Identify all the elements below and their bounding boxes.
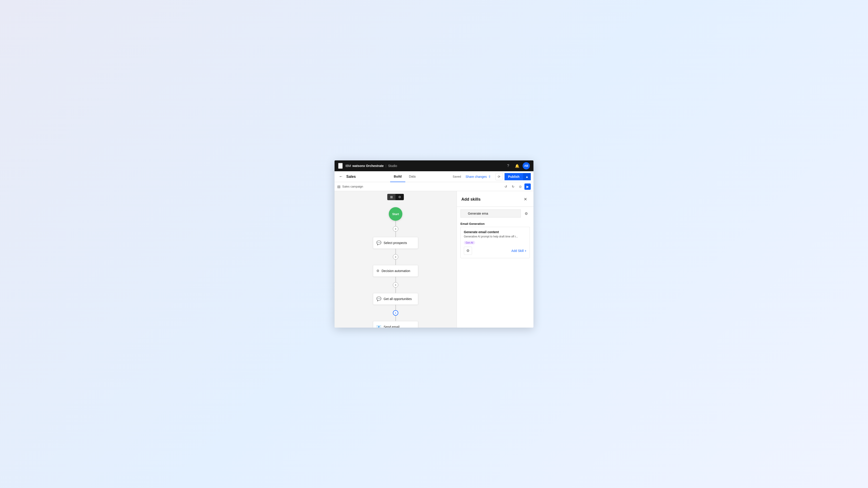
main-content: ⊞ ⚙ Start + 💬 Sel [335,191,533,328]
skills-section-title: Email Generation [457,220,533,227]
back-button[interactable]: ← [337,173,344,180]
run-button[interactable]: ▶ [524,184,531,190]
skills-header: Add skills ✕ [457,191,533,207]
skill-preview-icon: ⚙ [466,249,469,253]
help-button[interactable]: ? [504,162,512,169]
undo-button[interactable]: ↺ [503,184,509,190]
add-icon-3: + [395,283,397,287]
nav-divider: | [385,164,386,168]
publish-main-button[interactable]: Publish [504,173,523,180]
notifications-icon: 🔔 [515,164,520,168]
tab-data[interactable]: Data [405,171,419,182]
back-icon: ← [339,174,343,179]
connector-8 [396,316,396,321]
decision-automation-icon: ⚙ [376,269,379,273]
connector-2 [396,232,396,237]
add-skill-icon: + [525,249,526,253]
select-prospects-node[interactable]: 💬 Select prospects [373,237,418,249]
notifications-button[interactable]: 🔔 [514,162,521,169]
add-icon-2: + [395,255,397,258]
start-node[interactable]: Start [389,207,402,221]
publish-dropdown-button[interactable]: ▲ [523,173,531,180]
share-icon: ⇧ [488,175,491,178]
share-changes-button[interactable]: Share changes ⇧ [463,173,493,180]
breadcrumb-actions: ↺ ↻ ⊙ ▶ [503,184,531,190]
skill-card: Generate email content Generative AI pro… [460,227,530,258]
view-controls: ⊞ ⚙ [388,194,404,200]
decision-automation-label: Decision automation [381,269,410,273]
add-button-1[interactable]: + [393,226,398,232]
skill-card-description: Generative AI prompt to help draft time … [464,235,526,238]
skills-panel: Add skills ✕ 🔍 ⚙ Email Generation Genera… [457,191,533,328]
send-email-icon: 📧 [376,324,381,328]
skills-title: Add skills [461,197,480,202]
redo-icon: ↻ [512,185,515,188]
skill-card-footer: ⚙ Add Skill + [464,247,526,255]
settings-view-button[interactable]: ⚙ [396,194,404,200]
skill-card-title: Generate email content [464,230,526,234]
connector-1 [396,221,396,226]
brand-ibm: IBM [345,164,351,168]
top-nav: ☰ IBM watsonx Orchestrate | Studio ? 🔔 A… [335,160,533,171]
breadcrumb-bar: ▤ Sales campaign ↺ ↻ ⊙ ▶ [335,182,533,191]
decision-automation-node[interactable]: ⚙ Decision automation [373,265,418,277]
filter-icon: ⚙ [525,212,528,216]
connector-6 [396,288,396,293]
history-button[interactable]: ⟳ [495,173,503,180]
close-icon: ✕ [524,197,527,202]
run-icon: ▶ [526,185,529,188]
select-prospects-label: Select prospects [383,241,407,245]
share-label: Share changes [465,175,487,178]
toolbar-tabs: Build Data [359,171,451,182]
hamburger-menu[interactable]: ☰ [338,163,343,169]
saved-label: Saved [453,175,461,178]
settings-view-icon: ⚙ [398,195,401,199]
add-icon-4: + [395,311,397,315]
help-icon: ? [507,164,509,168]
send-email-node[interactable]: 📧 Send email [373,321,418,328]
flow-container: Start + 💬 Select prospects + [373,195,418,328]
nav-brand: IBM watsonx Orchestrate [345,164,383,168]
connector-3 [396,249,396,254]
get-all-opportunities-icon: 💬 [376,296,381,301]
redo-button[interactable]: ↻ [510,184,516,190]
skills-search-row: 🔍 ⚙ [457,207,533,220]
get-all-opportunities-node[interactable]: 💬 Get all opportunities [373,293,418,305]
nav-studio: Studio [388,164,397,168]
add-button-3[interactable]: + [393,282,398,288]
add-button-2[interactable]: + [393,254,398,260]
tab-build[interactable]: Build [390,171,405,182]
skills-search-input[interactable] [460,209,521,218]
skill-icon-preview: ⚙ [464,247,472,255]
skills-close-button[interactable]: ✕ [522,196,529,203]
skills-search-wrapper: 🔍 [460,209,521,218]
undo-icon: ↺ [504,185,507,188]
add-skill-label: Add Skill [511,249,524,253]
brand-name: watsonx Orchestrate [352,164,384,168]
avatar[interactable]: AB [523,162,530,169]
chevron-up-icon: ▲ [525,175,528,178]
select-prospects-icon: 💬 [376,240,381,246]
toolbar-right: Saved Share changes ⇧ ⟳ Publish ▲ [453,173,531,180]
flow-view-button[interactable]: ⊞ [388,194,396,200]
bookmark-button[interactable]: ⊙ [517,184,524,190]
nav-icons: ? 🔔 AB [504,162,530,169]
skills-filter-button[interactable]: ⚙ [523,210,530,217]
canvas: ⊞ ⚙ Start + 💬 Sel [335,191,457,328]
bookmark-icon: ⊙ [519,185,522,188]
connector-5 [396,277,396,282]
app-window: ☰ IBM watsonx Orchestrate | Studio ? 🔔 A… [335,160,533,328]
publish-button-group: Publish ▲ [504,173,531,180]
skill-badge: Gen AI [464,241,475,245]
page-title: Sales [346,175,356,179]
connector-7 [396,305,396,310]
start-label: Start [392,213,399,216]
breadcrumb: Sales campaign [342,185,363,188]
flow-view-icon: ⊞ [390,195,393,199]
add-button-4[interactable]: + [393,310,398,316]
toolbar: ← Sales Build Data Saved Share changes ⇧… [335,171,533,182]
send-email-label: Send email [383,325,399,328]
add-icon-1: + [395,227,397,230]
canvas-icon: ▤ [337,185,340,189]
add-skill-button[interactable]: Add Skill + [511,249,526,253]
